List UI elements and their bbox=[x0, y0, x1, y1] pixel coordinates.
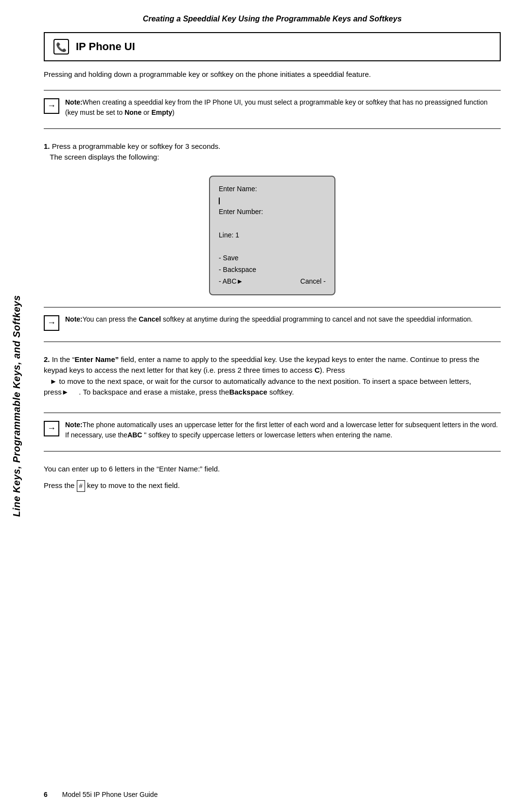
screen-line-blank bbox=[219, 218, 326, 230]
screen-abc: - ABC► bbox=[219, 276, 243, 288]
screen-line-num: Line: 1 bbox=[219, 230, 326, 241]
phone-icon: 📞 bbox=[52, 38, 70, 55]
note2-cancel: Cancel bbox=[139, 315, 161, 323]
para-2: You can enter up to 6 letters in the “En… bbox=[44, 464, 501, 475]
divider-2 bbox=[44, 128, 501, 129]
note-box-1: → Note:When creating a speeddial key fro… bbox=[44, 94, 501, 121]
step-2: 2. In the “Enter Name” field, enter a na… bbox=[44, 354, 501, 404]
screen-save: - Save bbox=[219, 253, 326, 264]
step-2-backspace: Backspace bbox=[229, 388, 267, 396]
intro-text: Pressing and holding down a programmable… bbox=[44, 70, 371, 78]
phone-svg-icon: 📞 bbox=[53, 38, 70, 55]
step-2-text: 2. In the “Enter Name” field, enter a na… bbox=[44, 354, 501, 398]
screen-cursor-line bbox=[219, 195, 326, 206]
svg-text:📞: 📞 bbox=[56, 42, 67, 53]
note-3-text: Note:The phone automatically uses an upp… bbox=[65, 420, 501, 440]
step-2-c: C bbox=[315, 366, 320, 374]
screen-line3: Line: 1 bbox=[219, 231, 239, 239]
divider-1 bbox=[44, 90, 501, 90]
note1-empty: Empty bbox=[151, 108, 172, 116]
cursor bbox=[219, 198, 220, 204]
screen-line1: Enter Name: bbox=[219, 185, 257, 193]
screen-enter-number: Enter Number: bbox=[219, 206, 326, 218]
note3-bold-label: Note: bbox=[65, 421, 83, 429]
screen-enter-name: Enter Name: bbox=[219, 183, 326, 195]
page-footer: 6 Model 55i IP Phone User Guide bbox=[44, 791, 501, 798]
phone-screen-container: Enter Name: Enter Number: Line: 1 - Save… bbox=[44, 176, 501, 295]
screen-line4: - Save bbox=[219, 254, 238, 262]
note2-bold-label: Note: bbox=[65, 315, 83, 323]
note3-abc: ABC bbox=[127, 431, 142, 439]
screen-bottom-row: - ABC► Cancel - bbox=[219, 276, 326, 288]
footer-page-number: 6 bbox=[44, 791, 48, 798]
note-box-3: → Note:The phone automatically uses an u… bbox=[44, 417, 501, 443]
note-box-2: → Note:You can press the Cancel softkey … bbox=[44, 311, 501, 334]
note-2-text: Note:You can press the Cancel softkey at… bbox=[65, 314, 501, 325]
phone-screen: Enter Name: Enter Number: Line: 1 - Save… bbox=[209, 176, 335, 295]
screen-backspace: - Backspace bbox=[219, 264, 326, 276]
screen-line2: Enter Number: bbox=[219, 208, 263, 216]
sidebar-label: Line Keys, Programmable Keys, and Softke… bbox=[12, 295, 23, 517]
para-3-end: key to move to the next field. bbox=[85, 481, 180, 489]
step-1-number: 1. bbox=[44, 142, 50, 150]
note1-none: None bbox=[124, 108, 141, 116]
note1-bold-label: Note: bbox=[65, 98, 83, 106]
screen-line5: - Backspace bbox=[219, 266, 256, 273]
ip-phone-title: IP Phone UI bbox=[76, 40, 135, 53]
step-2-number: 2. bbox=[44, 355, 50, 363]
chapter-heading: Creating a Speeddial Key Using the Progr… bbox=[44, 15, 501, 23]
divider-6 bbox=[44, 451, 501, 451]
ip-phone-box: 📞 IP Phone UI bbox=[44, 32, 501, 61]
screen-line-blank2 bbox=[219, 241, 326, 253]
hash-key: # bbox=[77, 480, 85, 492]
sidebar: Line Keys, Programmable Keys, and Softke… bbox=[0, 0, 34, 812]
footer-guide-title: Model 55i IP Phone User Guide bbox=[62, 791, 158, 798]
divider-5 bbox=[44, 413, 501, 413]
divider-3 bbox=[44, 307, 501, 307]
intro-paragraph: Pressing and holding down a programmable… bbox=[44, 69, 501, 80]
step-1: 1. Press a programmable key or softkey f… bbox=[44, 141, 501, 163]
arrow-icon-2: → bbox=[44, 315, 59, 331]
main-content: Creating a Speeddial Key Using the Progr… bbox=[34, 0, 525, 812]
arrow-icon-1: → bbox=[44, 98, 59, 114]
para-2-text: You can enter up to 6 letters in the “En… bbox=[44, 465, 220, 473]
para-3-start: Press the bbox=[44, 481, 77, 489]
step-2-enter-name: Enter Name” bbox=[74, 355, 119, 363]
para-3: Press the # key to move to the next fiel… bbox=[44, 480, 501, 492]
step-1-header: 1. Press a programmable key or softkey f… bbox=[44, 141, 501, 163]
arrow-icon-3: → bbox=[44, 421, 59, 436]
note-1-text: Note:When creating a speeddial key from … bbox=[65, 97, 501, 118]
divider-4 bbox=[44, 342, 501, 342]
screen-cancel: Cancel - bbox=[300, 276, 326, 288]
